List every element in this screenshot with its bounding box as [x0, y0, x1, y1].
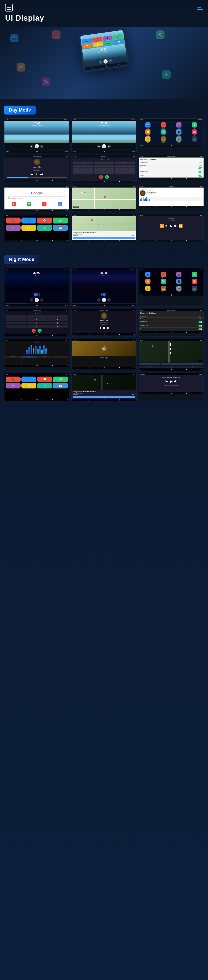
- day-prev-2[interactable]: ⏮: [97, 145, 101, 148]
- night-np-play[interactable]: ▶: [170, 379, 173, 383]
- dial-6[interactable]: 6: [115, 165, 135, 167]
- night-prev-1[interactable]: ⏮: [30, 298, 33, 302]
- night-next-1[interactable]: ⏭: [40, 298, 44, 302]
- cp-settings[interactable]: ⚙: [37, 225, 52, 231]
- cp-music[interactable]: 🎵: [21, 218, 36, 223]
- dial-hash[interactable]: #: [115, 171, 135, 174]
- cp-news[interactable]: 📰: [21, 225, 36, 231]
- map-nav-6[interactable]: 3D: [182, 366, 203, 368]
- night-dial-4[interactable]: 4: [6, 318, 26, 321]
- np-next[interactable]: ⏭: [174, 224, 177, 228]
- night-cp-settings[interactable]: ⚙: [37, 383, 52, 388]
- go-btn[interactable]: GO: [72, 237, 136, 239]
- night-dial-1[interactable]: 1: [6, 315, 26, 318]
- bt-next[interactable]: ⏭: [40, 172, 43, 176]
- night-cp-messages[interactable]: 💬: [37, 377, 52, 382]
- night-dial-9[interactable]: 9: [47, 321, 68, 325]
- night-dial-8[interactable]: 8: [27, 321, 47, 325]
- cp-calendar[interactable]: 📅: [53, 225, 68, 231]
- night-cp-calendar[interactable]: 📅: [53, 383, 68, 388]
- night-np-prev[interactable]: ⏮: [165, 379, 169, 383]
- np-play[interactable]: ▶: [170, 224, 173, 228]
- eq-preset-3[interactable]: Rock: [37, 356, 52, 358]
- dial-star[interactable]: *: [73, 171, 93, 174]
- google-app-drive[interactable]: ▲Drive: [52, 202, 67, 207]
- dial-0[interactable]: 0: [94, 171, 114, 174]
- bt-play[interactable]: ⏸: [35, 172, 38, 176]
- np-prev[interactable]: ⏮: [165, 224, 169, 228]
- bt-prev[interactable]: ⏮: [30, 172, 34, 176]
- night-dial-6[interactable]: 6: [47, 318, 68, 321]
- night-cp-phone[interactable]: 📞: [6, 377, 20, 382]
- dial-3[interactable]: 3: [115, 162, 135, 164]
- night-dial-7[interactable]: 7: [6, 321, 26, 325]
- social-play[interactable]: ⏸: [170, 202, 172, 204]
- map-nav-3[interactable]: →: [182, 363, 203, 365]
- night-auto-connect-toggle[interactable]: [199, 325, 202, 327]
- night-dial-star[interactable]: *: [6, 325, 26, 328]
- night-go-btn[interactable]: GO: [72, 396, 136, 398]
- map-nav-5[interactable]: 🔍: [161, 366, 182, 368]
- night-end-call[interactable]: 📞: [32, 329, 36, 333]
- answer-btn[interactable]: 📞: [105, 175, 109, 179]
- dial-5[interactable]: 5: [94, 165, 114, 167]
- google-app-youtube[interactable]: ▶YouTube: [6, 202, 21, 207]
- dial-4[interactable]: 4: [73, 165, 93, 167]
- eq-preset-2[interactable]: Pop: [21, 356, 37, 358]
- day-play-1[interactable]: ⏸: [35, 144, 39, 148]
- night-dial-2[interactable]: 2: [27, 315, 47, 318]
- night-cp-news[interactable]: 📰: [21, 383, 36, 388]
- day-play-2[interactable]: ⏸: [102, 144, 106, 148]
- cp-phone[interactable]: 📞: [6, 218, 20, 223]
- day-next-1[interactable]: ⏭: [40, 145, 44, 148]
- auto-connect-toggle[interactable]: [199, 171, 202, 173]
- next-btn[interactable]: ⏭: [109, 59, 112, 62]
- night-next-2[interactable]: ⏭: [107, 298, 111, 302]
- google-search-bar[interactable]: 🔍 Search or type URL: [6, 196, 68, 200]
- google-app-maps[interactable]: 🗺Maps: [22, 202, 36, 207]
- day-prev-1[interactable]: ⏮: [30, 145, 33, 148]
- night-np-next[interactable]: ⏭: [174, 379, 177, 383]
- map-nav-4[interactable]: 2D: [139, 366, 160, 368]
- night-auto-answer-toggle[interactable]: [199, 321, 202, 323]
- night-bt-next[interactable]: ⏭: [107, 326, 110, 330]
- google-app-gmail[interactable]: ✉Gmail: [37, 202, 52, 207]
- np-shuffle[interactable]: 🔀: [160, 224, 164, 228]
- eq-preset-1[interactable]: Normal: [5, 356, 21, 358]
- night-play-2[interactable]: ⏸: [102, 298, 106, 302]
- night-cp-podcast[interactable]: 🎙: [6, 383, 20, 388]
- prev-btn[interactable]: ⏮: [99, 60, 102, 64]
- dial-7[interactable]: 7: [73, 168, 93, 171]
- night-dial-0[interactable]: 0: [27, 325, 47, 328]
- end-call-btn[interactable]: 📞: [99, 175, 103, 179]
- night-power-toggle[interactable]: [199, 328, 202, 330]
- social-shuffle[interactable]: ⏮: [166, 202, 169, 204]
- eq-preset-4[interactable]: Jazz: [53, 356, 68, 358]
- social-next[interactable]: ⏭: [174, 202, 176, 204]
- night-play-1[interactable]: ⏸: [35, 298, 39, 302]
- play-btn[interactable]: ⏸: [103, 59, 108, 64]
- night-answer[interactable]: 📞: [38, 329, 42, 333]
- auto-answer-toggle[interactable]: [199, 167, 202, 169]
- night-dial-3[interactable]: 3: [47, 315, 68, 318]
- night-cp-maps[interactable]: 🗺: [53, 377, 68, 382]
- night-prev-2[interactable]: ⏮: [97, 298, 101, 302]
- night-dial-hash[interactable]: #: [47, 325, 68, 328]
- cp-podcast[interactable]: 🎙: [6, 225, 20, 231]
- night-dial-5[interactable]: 5: [27, 318, 47, 321]
- np-repeat[interactable]: 🔁: [178, 224, 183, 228]
- night-bt-prev[interactable]: ⏮: [98, 326, 101, 330]
- cp-messages[interactable]: 💬: [37, 218, 52, 223]
- nav-lines-icon[interactable]: [197, 6, 203, 10]
- cp-maps[interactable]: 🗺: [53, 218, 68, 223]
- menu-icon[interactable]: [5, 4, 13, 11]
- day-next-2[interactable]: ⏭: [107, 145, 111, 148]
- dial-1[interactable]: 1: [73, 162, 93, 164]
- night-cp-music[interactable]: 🎵: [21, 377, 36, 382]
- power-toggle[interactable]: [199, 175, 202, 177]
- dial-9[interactable]: 9: [115, 168, 135, 171]
- map-nav-2[interactable]: ↑: [161, 363, 182, 365]
- night-bt-play[interactable]: ⏸: [102, 326, 106, 330]
- dial-8[interactable]: 8: [94, 168, 114, 171]
- map-nav-1[interactable]: ←: [139, 363, 160, 365]
